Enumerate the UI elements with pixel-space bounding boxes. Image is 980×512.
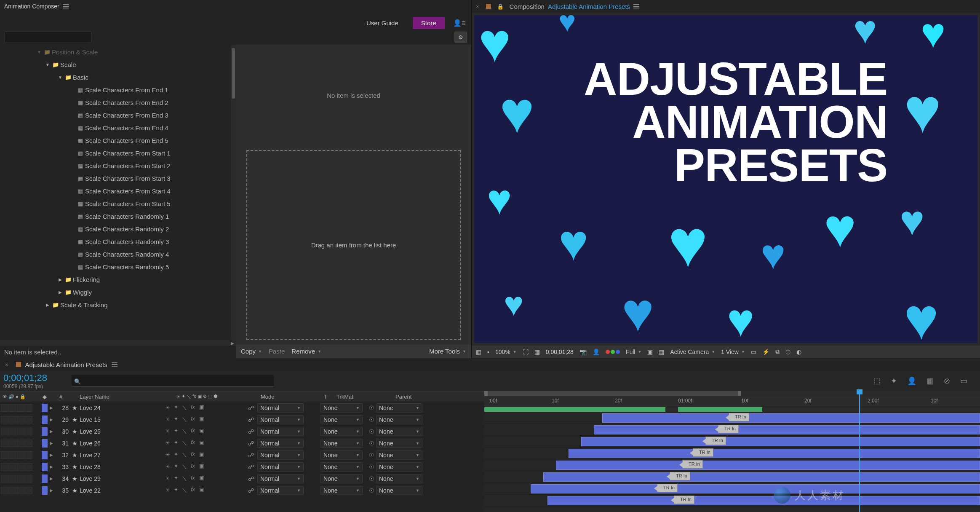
pickwhip-icon[interactable]: ☍ (248, 464, 257, 470)
chevron-right-icon[interactable]: ▶ (48, 429, 55, 434)
layer-row[interactable]: ▶35★Love 22⚹✦＼fx▣☍Normal▼None▼☉None▼ (0, 485, 484, 496)
parent-dropdown[interactable]: None▼ (376, 486, 422, 495)
layer-label-color[interactable] (42, 415, 48, 424)
lock-icon[interactable]: 🔒 (497, 3, 504, 10)
layer-clip[interactable] (531, 484, 980, 493)
chevron-right-icon[interactable]: ▶ (48, 405, 55, 410)
layer-clip[interactable] (581, 437, 980, 446)
tree-item[interactable]: ▦Scale Characters From End 4 (0, 121, 236, 134)
panel-menu-icon[interactable] (63, 3, 69, 9)
blend-mode-dropdown[interactable]: Normal▼ (257, 415, 304, 424)
composition-viewer[interactable]: ♥ ♥ ♥ ♥ ♥ ♥ ♥ ♥ ♥ ♥ ♥ ♥ ♥ ♥ ♥ ♥ ADJUSTAB… (474, 15, 977, 343)
pixel-aspect-icon[interactable]: ▭ (751, 348, 756, 355)
resolution-dropdown[interactable]: Full▼ (626, 348, 641, 355)
show-snapshot-icon[interactable]: 👤 (593, 348, 600, 355)
blend-mode-dropdown[interactable]: Normal▼ (257, 427, 304, 436)
track-row[interactable]: TR In (484, 424, 980, 436)
col-parent[interactable]: Parent (393, 394, 456, 400)
layer-label-color[interactable] (42, 404, 48, 412)
parent-dropdown[interactable]: None▼ (376, 403, 422, 413)
close-tab-icon[interactable]: × (5, 362, 8, 368)
tree-item[interactable]: ▦Scale Characters From End 1 (0, 83, 236, 96)
layer-switches-row[interactable]: ⚹✦＼fx▣ (164, 475, 248, 482)
layer-row[interactable]: ▶34★Love 29⚹✦＼fx▣☍Normal▼None▼☉None▼ (0, 473, 484, 485)
tree-item[interactable]: ▦Scale Characters From End 3 (0, 109, 236, 121)
flowchart-icon[interactable]: ⬡ (785, 348, 790, 355)
preset-search-input[interactable] (4, 32, 91, 43)
col-mode[interactable]: Mode (258, 394, 317, 400)
roi-icon[interactable]: ⛶ (523, 348, 529, 355)
pickwhip-icon[interactable]: ☍ (248, 452, 257, 458)
layer-switches[interactable] (0, 440, 40, 447)
roi-toggle-icon[interactable]: ▣ (647, 348, 653, 355)
chevron-right-icon[interactable]: ▶ (48, 441, 55, 445)
blend-mode-dropdown[interactable]: Normal▼ (257, 462, 304, 472)
layer-switches[interactable] (0, 404, 40, 412)
chevron-right-icon[interactable]: ▶ (48, 453, 55, 457)
settings-button[interactable]: ⚙ (454, 32, 467, 43)
alpha-icon[interactable]: ▪ (487, 348, 489, 355)
parent-dropdown[interactable]: None▼ (376, 450, 422, 460)
layer-switches[interactable] (0, 487, 40, 494)
tree-folder-flickering[interactable]: ▶📁Flickering (0, 273, 236, 286)
store-button[interactable]: Store (413, 17, 445, 29)
layer-name[interactable]: Love 26 (80, 440, 164, 447)
parent-dropdown[interactable]: None▼ (376, 415, 422, 424)
layer-row[interactable]: ▶28★Love 24⚹✦＼fx▣☍Normal▼None▼☉None▼ (0, 402, 484, 414)
layer-switches[interactable] (0, 416, 40, 424)
layer-clip[interactable] (594, 425, 980, 434)
time-navigator[interactable] (484, 391, 980, 396)
snapshot-icon[interactable]: 📷 (579, 348, 587, 355)
layer-clip[interactable] (543, 472, 980, 482)
parent-pickwhip-icon[interactable]: ☉ (367, 452, 376, 458)
chevron-right-icon[interactable]: ▶ (48, 417, 55, 422)
playhead[interactable] (859, 391, 860, 512)
user-guide-button[interactable]: User Guide (360, 17, 404, 29)
track-row[interactable]: TR In (484, 448, 980, 459)
timeline-comp-name[interactable]: Adjustable Animation Presets (25, 361, 107, 368)
transparency-grid-icon[interactable]: ▦ (659, 348, 664, 355)
trkmat-dropdown[interactable]: None▼ (320, 462, 363, 472)
track-row[interactable]: TR In (484, 412, 980, 424)
layer-name[interactable]: Love 27 (80, 452, 164, 458)
layer-clip[interactable] (556, 461, 980, 470)
col-layer-name[interactable]: Layer Name (77, 394, 174, 400)
switches-icon[interactable]: ⚹ (176, 394, 180, 400)
layer-marker[interactable]: TR In (674, 496, 694, 504)
trkmat-dropdown[interactable]: None▼ (320, 403, 363, 413)
label-col-icon[interactable]: ◆ (43, 394, 47, 400)
timeline-tracks[interactable]: :00f 10f 20f 01:00f 10f 20f 2:00f 10f TR… (484, 391, 980, 512)
trkmat-dropdown[interactable]: None▼ (320, 427, 363, 436)
more-tools-button[interactable]: More Tools▼ (429, 348, 466, 355)
remove-button[interactable]: Remove▼ (291, 348, 321, 355)
layer-marker[interactable]: TR In (718, 425, 739, 433)
viewer-options-icon[interactable]: ▦ (476, 348, 481, 355)
col-t[interactable]: T (317, 394, 334, 400)
draft-3d-icon[interactable]: ✦ (891, 376, 897, 386)
col-trkmat[interactable]: TrkMat (334, 394, 393, 400)
layer-marker[interactable]: TR In (657, 484, 678, 492)
reset-exposure-icon[interactable]: ◐ (796, 348, 801, 355)
tree-folder-scale-tracking[interactable]: ▶📁Scale & Tracking (0, 298, 236, 311)
pickwhip-icon[interactable]: ☍ (248, 440, 257, 447)
layer-label-color[interactable] (42, 463, 48, 471)
timeline-icon[interactable]: ⧉ (775, 348, 780, 355)
track-row[interactable]: TR In (484, 436, 980, 448)
layer-label-color[interactable] (42, 451, 48, 459)
tree-item[interactable]: ▦Scale Characters From End 2 (0, 96, 236, 109)
parent-pickwhip-icon[interactable]: ☉ (367, 440, 376, 447)
layer-switches[interactable] (0, 451, 40, 459)
layer-switches[interactable] (0, 428, 40, 435)
layer-name[interactable]: Love 24 (80, 405, 164, 411)
pickwhip-icon[interactable]: ☍ (248, 428, 257, 435)
layer-label-color[interactable] (42, 486, 48, 495)
layer-marker[interactable]: TR In (729, 413, 749, 421)
layer-label-color[interactable] (42, 439, 48, 448)
timeline-timecode[interactable]: 0;00;01;28 (3, 373, 68, 383)
layer-clip[interactable] (602, 413, 980, 423)
layer-label-color[interactable] (42, 427, 48, 436)
layer-marker[interactable]: TR In (705, 437, 726, 445)
work-area-bar[interactable] (484, 407, 980, 412)
pickwhip-icon[interactable]: ☍ (248, 475, 257, 482)
shy-icon[interactable]: 👤 (907, 376, 916, 386)
